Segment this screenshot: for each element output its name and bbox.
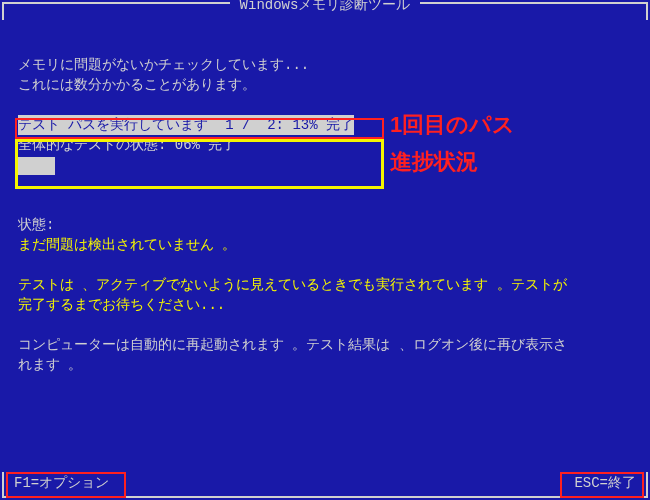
spacer	[18, 95, 632, 115]
spacer	[18, 195, 632, 215]
progress-bar	[18, 157, 632, 175]
status-no-problems: まだ問題は検出されていません 。	[18, 235, 632, 255]
footer-bar: F1=オプション ESC=終了	[2, 472, 648, 498]
esc-exit[interactable]: ESC=終了	[574, 474, 636, 492]
main-content: メモリに問題がないかチェックしています... これには数分かかることがあります。…	[18, 55, 632, 375]
header-border: Windowsメモリ診断ツール	[2, 2, 648, 20]
spacer	[18, 255, 632, 275]
header-wrap: Windowsメモリ診断ツール	[4, 0, 646, 14]
notice-restart-1: コンピューターは自動的に再起動されます 。テスト結果は 、ログオン後に再び表示さ	[18, 335, 632, 355]
test-pass-row: テスト パスを実行しています 1 / 2: 13% 完了	[18, 115, 632, 135]
overall-status-line: 全体的なテストの状態: 06% 完了	[18, 135, 632, 155]
notice-running-2: 完了するまでお待ちください...	[18, 295, 632, 315]
test-pass-line: テスト パスを実行しています 1 / 2: 13% 完了	[18, 115, 354, 135]
header-title: Windowsメモリ診断ツール	[230, 0, 421, 14]
spacer	[18, 315, 632, 335]
intro-line-1: メモリに問題がないかチェックしています...	[18, 55, 632, 75]
notice-restart-2: れます 。	[18, 355, 632, 375]
annotation-text-2: 進捗状況	[390, 148, 478, 176]
notice-running-1: テストは 、アクティブでないように見えているときでも実行されています 。テストが	[18, 275, 632, 295]
status-label: 状態:	[18, 215, 632, 235]
f1-options[interactable]: F1=オプション	[14, 474, 109, 492]
progress-fill	[18, 157, 55, 175]
spacer	[18, 175, 632, 195]
annotation-text-1: 1回目のパス	[390, 111, 515, 139]
intro-line-2: これには数分かかることがあります。	[18, 75, 632, 95]
